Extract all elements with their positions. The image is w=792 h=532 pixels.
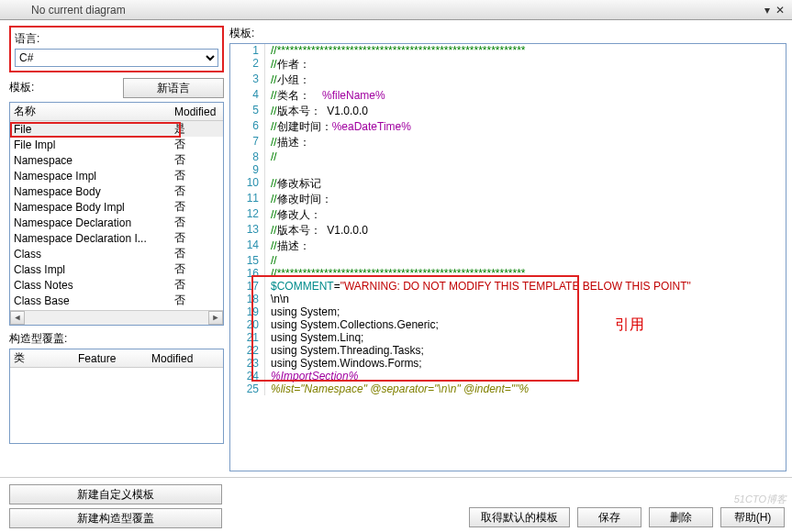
col-modified[interactable]: Modified [171,105,223,118]
minimize-icon[interactable]: ▾ [761,4,774,17]
list-item[interactable]: Namespace否 [10,152,223,168]
delete-button[interactable]: 删除 [649,507,713,527]
stereotype-label: 构造型覆盖: [9,331,224,347]
list-item[interactable]: Namespace Impl否 [10,168,223,183]
list-item[interactable]: Namespace Declaration I...否 [10,230,223,246]
stereo-col-2[interactable]: Feature [74,352,148,365]
col-name[interactable]: 名称 [10,104,171,119]
left-panel: 语言: C# 模板: 新语言 名称 Modified File是File Imp… [0,20,229,477]
template-list-header: 名称 Modified [10,103,223,121]
stereo-col-1[interactable]: 类 [10,350,74,366]
list-item[interactable]: Namespace Body否 [10,183,223,199]
language-label: 语言: [15,31,218,47]
template-label: 模板: [9,80,123,95]
right-panel: 模板: 1//*********************************… [229,20,792,477]
h-scrollbar[interactable]: ◄ ► [10,310,223,325]
list-item[interactable]: Namespace Declaration否 [10,215,223,230]
save-button[interactable]: 保存 [577,507,641,527]
code-editor[interactable]: 1//*************************************… [229,43,786,471]
new-custom-template-button[interactable]: 新建自定义模板 [9,484,222,504]
stereotype-list: 类 Feature Modified [9,349,224,444]
window-title: No current diagram [6,4,761,17]
language-section: 语言: C# [9,26,224,72]
list-item[interactable]: Namespace Body Impl否 [10,199,223,215]
help-button[interactable]: 帮助(H) [720,507,785,527]
list-item[interactable]: File是 [10,121,223,137]
template-list: 名称 Modified File是File Impl否Namespace否Nam… [9,102,224,326]
annotation-text: 引用 [615,316,644,335]
scroll-left-icon[interactable]: ◄ [10,311,25,325]
window-titlebar: No current diagram ▾ ✕ [0,0,792,20]
language-select[interactable]: C# [15,49,218,67]
reset-default-button[interactable]: 取得默认的模板 [469,507,570,527]
editor-label: 模板: [229,26,786,41]
template-header-row: 模板: 新语言 [9,78,224,98]
watermark: 51CTO博客 [734,493,786,506]
new-language-button[interactable]: 新语言 [123,78,224,98]
close-icon[interactable]: ✕ [774,4,786,17]
list-item[interactable]: Class Notes否 [10,277,223,293]
list-item[interactable]: Class否 [10,246,223,261]
new-stereotype-override-button[interactable]: 新建构造型覆盖 [9,508,222,528]
list-item[interactable]: File Impl否 [10,137,223,152]
scroll-right-icon[interactable]: ► [208,311,223,325]
list-item[interactable]: Class Base否 [10,293,223,308]
list-item[interactable]: Class Impl否 [10,261,223,277]
stereo-col-3[interactable]: Modified [148,352,223,365]
